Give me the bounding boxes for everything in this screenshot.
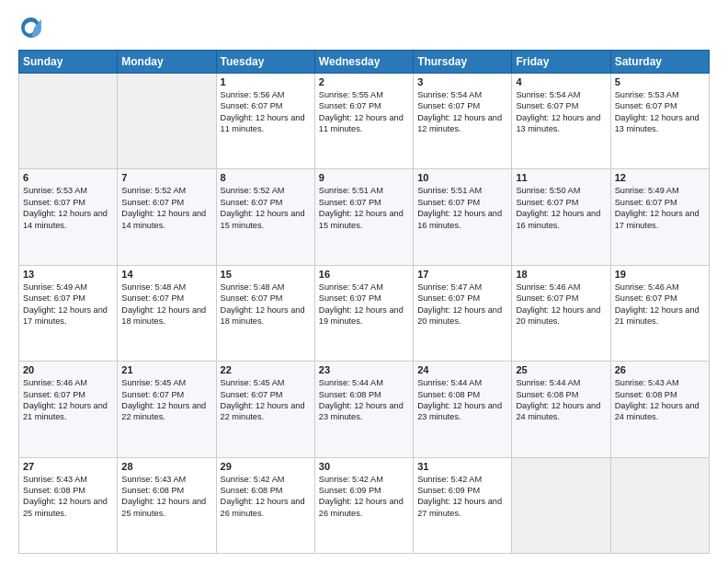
day-number: 16 <box>319 269 409 280</box>
day-number: 15 <box>221 269 311 280</box>
day-number: 22 <box>221 364 311 375</box>
day-cell <box>512 457 610 553</box>
day-cell: 1Sunrise: 5:56 AMSunset: 6:07 PMDaylight… <box>216 74 314 169</box>
day-info: Sunrise: 5:43 AMSunset: 6:08 PMDaylight:… <box>121 474 211 520</box>
day-cell: 7Sunrise: 5:52 AMSunset: 6:07 PMDaylight… <box>118 169 216 265</box>
day-info: Sunrise: 5:52 AMSunset: 6:07 PMDaylight:… <box>221 185 311 231</box>
day-cell: 18Sunrise: 5:46 AMSunset: 6:07 PMDayligh… <box>512 265 610 361</box>
day-cell: 25Sunrise: 5:44 AMSunset: 6:08 PMDayligh… <box>512 362 610 457</box>
day-cell <box>19 74 118 169</box>
day-info: Sunrise: 5:54 AMSunset: 6:07 PMDaylight:… <box>417 89 507 135</box>
day-cell: 22Sunrise: 5:45 AMSunset: 6:07 PMDayligh… <box>216 362 314 457</box>
day-cell <box>610 457 709 553</box>
day-cell <box>118 74 216 169</box>
day-info: Sunrise: 5:51 AMSunset: 6:07 PMDaylight:… <box>319 185 409 231</box>
day-header-tuesday: Tuesday <box>216 51 314 74</box>
day-info: Sunrise: 5:49 AMSunset: 6:07 PMDaylight:… <box>615 185 705 231</box>
day-number: 9 <box>319 172 409 183</box>
day-info: Sunrise: 5:42 AMSunset: 6:08 PMDaylight:… <box>221 474 311 520</box>
day-info: Sunrise: 5:46 AMSunset: 6:07 PMDaylight:… <box>23 377 113 423</box>
day-info: Sunrise: 5:53 AMSunset: 6:07 PMDaylight:… <box>615 89 705 135</box>
calendar-header-row: SundayMondayTuesdayWednesdayThursdayFrid… <box>19 51 710 74</box>
day-cell: 30Sunrise: 5:42 AMSunset: 6:09 PMDayligh… <box>314 457 413 553</box>
day-cell: 26Sunrise: 5:43 AMSunset: 6:08 PMDayligh… <box>610 362 709 457</box>
day-cell: 23Sunrise: 5:44 AMSunset: 6:08 PMDayligh… <box>314 362 413 457</box>
day-header-friday: Friday <box>512 51 610 74</box>
day-info: Sunrise: 5:48 AMSunset: 6:07 PMDaylight:… <box>221 282 311 327</box>
week-row-5: 27Sunrise: 5:43 AMSunset: 6:08 PMDayligh… <box>19 457 710 553</box>
day-cell: 12Sunrise: 5:49 AMSunset: 6:07 PMDayligh… <box>610 169 709 265</box>
day-cell: 28Sunrise: 5:43 AMSunset: 6:08 PMDayligh… <box>118 457 216 553</box>
day-info: Sunrise: 5:46 AMSunset: 6:07 PMDaylight:… <box>516 282 606 327</box>
day-number: 4 <box>516 76 606 87</box>
day-number: 3 <box>417 76 507 87</box>
day-info: Sunrise: 5:47 AMSunset: 6:07 PMDaylight:… <box>417 282 507 327</box>
day-cell: 11Sunrise: 5:50 AMSunset: 6:07 PMDayligh… <box>512 169 610 265</box>
week-row-1: 1Sunrise: 5:56 AMSunset: 6:07 PMDaylight… <box>19 74 710 169</box>
day-number: 6 <box>23 172 113 183</box>
day-number: 12 <box>615 172 705 183</box>
day-info: Sunrise: 5:42 AMSunset: 6:09 PMDaylight:… <box>417 474 507 520</box>
day-info: Sunrise: 5:56 AMSunset: 6:07 PMDaylight:… <box>221 89 311 135</box>
day-cell: 31Sunrise: 5:42 AMSunset: 6:09 PMDayligh… <box>414 457 512 553</box>
day-number: 31 <box>417 461 507 472</box>
day-header-monday: Monday <box>118 51 216 74</box>
day-number: 21 <box>121 364 211 375</box>
day-info: Sunrise: 5:47 AMSunset: 6:07 PMDaylight:… <box>319 282 409 327</box>
logo <box>18 15 48 40</box>
day-number: 25 <box>516 364 606 375</box>
day-info: Sunrise: 5:55 AMSunset: 6:07 PMDaylight:… <box>319 89 409 135</box>
day-number: 29 <box>221 461 311 472</box>
day-number: 27 <box>23 461 113 472</box>
header <box>18 15 710 40</box>
day-number: 28 <box>121 461 211 472</box>
day-cell: 8Sunrise: 5:52 AMSunset: 6:07 PMDaylight… <box>216 169 314 265</box>
day-cell: 27Sunrise: 5:43 AMSunset: 6:08 PMDayligh… <box>19 457 118 553</box>
day-info: Sunrise: 5:42 AMSunset: 6:09 PMDaylight:… <box>319 474 409 520</box>
day-number: 8 <box>221 172 311 183</box>
day-info: Sunrise: 5:54 AMSunset: 6:07 PMDaylight:… <box>516 89 606 135</box>
day-info: Sunrise: 5:44 AMSunset: 6:08 PMDaylight:… <box>417 377 507 423</box>
day-cell: 29Sunrise: 5:42 AMSunset: 6:08 PMDayligh… <box>216 457 314 553</box>
day-info: Sunrise: 5:48 AMSunset: 6:07 PMDaylight:… <box>121 282 211 327</box>
day-info: Sunrise: 5:45 AMSunset: 6:07 PMDaylight:… <box>221 377 311 423</box>
day-info: Sunrise: 5:52 AMSunset: 6:07 PMDaylight:… <box>121 185 211 231</box>
day-cell: 13Sunrise: 5:49 AMSunset: 6:07 PMDayligh… <box>19 265 118 361</box>
day-number: 26 <box>615 364 705 375</box>
day-number: 19 <box>615 269 705 280</box>
day-cell: 21Sunrise: 5:45 AMSunset: 6:07 PMDayligh… <box>118 362 216 457</box>
day-cell: 5Sunrise: 5:53 AMSunset: 6:07 PMDaylight… <box>610 74 709 169</box>
day-info: Sunrise: 5:51 AMSunset: 6:07 PMDaylight:… <box>417 185 507 231</box>
day-cell: 14Sunrise: 5:48 AMSunset: 6:07 PMDayligh… <box>118 265 216 361</box>
day-header-saturday: Saturday <box>610 51 709 74</box>
day-number: 1 <box>221 76 311 87</box>
day-cell: 3Sunrise: 5:54 AMSunset: 6:07 PMDaylight… <box>414 74 512 169</box>
day-cell: 4Sunrise: 5:54 AMSunset: 6:07 PMDaylight… <box>512 74 610 169</box>
day-header-thursday: Thursday <box>414 51 512 74</box>
day-info: Sunrise: 5:44 AMSunset: 6:08 PMDaylight:… <box>319 377 409 423</box>
day-number: 7 <box>121 172 211 183</box>
day-number: 24 <box>417 364 507 375</box>
day-cell: 9Sunrise: 5:51 AMSunset: 6:07 PMDaylight… <box>314 169 413 265</box>
day-cell: 24Sunrise: 5:44 AMSunset: 6:08 PMDayligh… <box>414 362 512 457</box>
day-number: 18 <box>516 269 606 280</box>
day-info: Sunrise: 5:53 AMSunset: 6:07 PMDaylight:… <box>23 185 113 231</box>
day-number: 11 <box>516 172 606 183</box>
week-row-3: 13Sunrise: 5:49 AMSunset: 6:07 PMDayligh… <box>19 265 710 361</box>
week-row-4: 20Sunrise: 5:46 AMSunset: 6:07 PMDayligh… <box>19 362 710 457</box>
day-info: Sunrise: 5:43 AMSunset: 6:08 PMDaylight:… <box>615 377 705 423</box>
day-cell: 16Sunrise: 5:47 AMSunset: 6:07 PMDayligh… <box>314 265 413 361</box>
day-cell: 19Sunrise: 5:46 AMSunset: 6:07 PMDayligh… <box>610 265 709 361</box>
day-header-sunday: Sunday <box>19 51 118 74</box>
day-cell: 20Sunrise: 5:46 AMSunset: 6:07 PMDayligh… <box>19 362 118 457</box>
day-cell: 17Sunrise: 5:47 AMSunset: 6:07 PMDayligh… <box>414 265 512 361</box>
day-number: 14 <box>121 269 211 280</box>
day-info: Sunrise: 5:49 AMSunset: 6:07 PMDaylight:… <box>23 282 113 327</box>
page: SundayMondayTuesdayWednesdayThursdayFrid… <box>0 0 728 563</box>
day-info: Sunrise: 5:45 AMSunset: 6:07 PMDaylight:… <box>121 377 211 423</box>
day-info: Sunrise: 5:43 AMSunset: 6:08 PMDaylight:… <box>23 474 113 520</box>
day-number: 23 <box>319 364 409 375</box>
day-info: Sunrise: 5:50 AMSunset: 6:07 PMDaylight:… <box>516 185 606 231</box>
day-number: 30 <box>319 461 409 472</box>
logo-icon <box>18 15 44 40</box>
